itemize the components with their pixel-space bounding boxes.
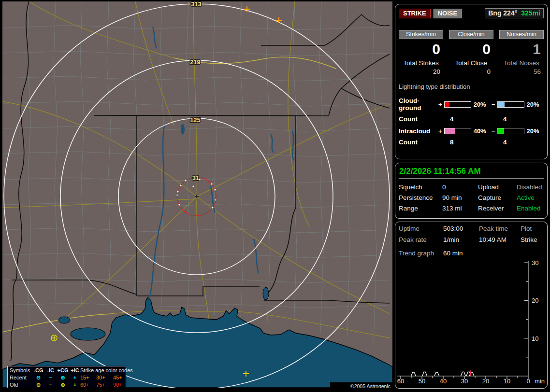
persistence-label: Persistence <box>399 194 442 201</box>
lake-pontchartrain <box>71 328 105 340</box>
total-noises-label: Total Noises <box>499 59 544 67</box>
minus-sign: − <box>491 127 496 135</box>
ring-label-219: 219 <box>190 58 201 66</box>
legend-header-row: Symbols -CG -IC +CG +IC Strike age color… <box>10 367 126 374</box>
trend-panel: Uptime 503:00 Peak time Plot Peak rate 1… <box>395 222 548 389</box>
ic-negative-bar <box>497 128 524 134</box>
circled-minus-icon: ⊖ <box>32 374 45 381</box>
total-strikes-label: Total Strikes <box>399 59 443 67</box>
svg-text:10: 10 <box>532 335 538 342</box>
persistence-value: 90 min <box>442 194 478 201</box>
ic-positive-count: 8 <box>446 139 499 146</box>
plus-icon: + <box>70 374 80 381</box>
strike-mode-button[interactable]: STRIKE <box>399 9 431 18</box>
lake-seminole <box>263 287 269 300</box>
legend-symbols-header: Symbols <box>10 367 32 374</box>
strikes-per-min-label: Strikes/min <box>399 30 443 39</box>
intracloud-label: Intracloud <box>399 127 437 135</box>
receiver-label: Receiver <box>478 205 517 212</box>
cloud-ground-label: Cloud-ground <box>399 97 437 112</box>
lightning-map[interactable]: 313 219 125 31 Symbols -CG <box>2 1 392 388</box>
legend-col-neg-ic: -IC <box>45 367 56 374</box>
svg-text:30: 30 <box>461 378 468 385</box>
svg-text:30: 30 <box>532 259 538 266</box>
legend-recent-label: Recent <box>10 374 32 381</box>
cloud-ground-count-row: Count 4 4 <box>399 115 544 123</box>
svg-text:20: 20 <box>532 297 538 304</box>
sidebar: STRIKE NOISE Bng 224° 325mi Strikes/min … <box>395 4 548 389</box>
bearing-value: Bng 224° <box>488 9 517 17</box>
svg-text:min: min <box>535 378 545 385</box>
circled-minus-icon: ⊖ <box>32 381 45 388</box>
svg-text:20: 20 <box>482 378 489 385</box>
count-label: Count <box>399 115 446 123</box>
legend-old-label: Old <box>10 381 32 388</box>
cg-positive-pct: 20% <box>472 101 491 108</box>
ic-negative-count: 4 <box>499 139 507 146</box>
cg-positive-bar <box>444 101 471 108</box>
ring-label-313: 313 <box>191 1 202 8</box>
lake-maurepas <box>58 317 70 323</box>
age-75: 75+ <box>96 381 113 388</box>
datetime-display: 2/2/2026 11:14:56 AM <box>399 166 544 179</box>
legend-col-pos-cg: +CG <box>56 367 70 374</box>
intracloud-count-row: Count 8 4 <box>399 139 544 146</box>
close-per-min-label: Close/min <box>449 30 493 39</box>
circled-plus-icon: ⊕ <box>56 381 70 388</box>
range-label: Range <box>399 205 442 212</box>
capture-label: Capture <box>478 194 517 201</box>
status-panel: 2/2/2026 11:14:56 AM Squelch 0 Upload Di… <box>395 163 548 219</box>
total-close-value: 0 <box>449 68 493 75</box>
plus-sign: + <box>437 101 443 108</box>
counter-noises: Noises/min 1 Total Noises 56 <box>499 30 544 75</box>
trend-graph-chart: 6050403020100302010min <box>395 222 548 389</box>
circled-plus-icon: ⊕ <box>56 374 70 381</box>
mode-button-row: STRIKE NOISE Bng 224° 325mi <box>399 8 544 18</box>
legend-col-pos-ic: +IC <box>70 367 80 374</box>
intracloud-row: Intracloud + 40% − 20% <box>399 127 544 135</box>
plus-sign: + <box>437 127 443 135</box>
squelch-value: 0 <box>442 183 478 191</box>
stats-panel: STRIKE NOISE Bng 224° 325mi Strikes/min … <box>395 4 548 159</box>
total-strikes-value: 20 <box>399 68 443 75</box>
noises-per-min-value: 1 <box>499 41 544 57</box>
strikes-per-min-value: 0 <box>399 41 443 57</box>
total-close-label: Total Close <box>449 59 493 67</box>
ring-label-125: 125 <box>190 116 201 124</box>
cg-positive-count: 4 <box>446 115 499 123</box>
close-per-min-value: 0 <box>449 41 493 57</box>
squelch-label: Squelch <box>399 183 442 191</box>
legend-col-neg-cg: -CG <box>32 367 45 374</box>
ring-label-31: 31 <box>192 174 199 182</box>
minus-sign: − <box>491 101 496 108</box>
counter-close: Close/min 0 Total Close 0 <box>449 30 493 75</box>
minus-icon: − <box>45 381 56 388</box>
cg-negative-count: 4 <box>499 115 507 123</box>
svg-text:50: 50 <box>419 378 425 385</box>
noise-mode-button[interactable]: NOISE <box>434 9 462 18</box>
receiver-status: Enabled <box>517 205 544 212</box>
age-15: 15+ <box>80 374 96 381</box>
plus-icon: + <box>70 381 80 388</box>
svg-text:10: 10 <box>504 378 510 385</box>
svg-text:60: 60 <box>397 378 404 385</box>
cg-negative-pct: 20% <box>525 101 544 108</box>
legend-age-header: Strike age color codes <box>80 367 129 374</box>
count-label: Count <box>399 139 446 146</box>
status-grid: Squelch 0 Upload Disabled Persistence 90… <box>399 183 544 212</box>
cg-negative-bar <box>497 101 524 108</box>
svg-text:0: 0 <box>526 378 530 385</box>
ic-positive-bar <box>444 128 471 134</box>
map-canvas: 313 219 125 31 <box>2 1 392 388</box>
copyright-bar: ©2005 Astrogenic Systems <box>330 382 392 388</box>
rate-counters: Strikes/min 0 Total Strikes 20 Close/min… <box>399 30 544 75</box>
svg-text:40: 40 <box>440 378 447 385</box>
ic-negative-pct: 20% <box>525 127 544 135</box>
upload-label: Upload <box>478 183 517 191</box>
app-window: { "map": { "ring_labels": ["313", "219",… <box>0 0 550 392</box>
distribution-title: Lightning type distribution <box>399 83 544 92</box>
upload-status: Disabled <box>517 183 544 191</box>
map-legend: Symbols -CG -IC +CG +IC Strike age color… <box>7 366 126 388</box>
age-30: 30+ <box>96 374 113 381</box>
counter-strikes: Strikes/min 0 Total Strikes 20 <box>399 30 443 75</box>
